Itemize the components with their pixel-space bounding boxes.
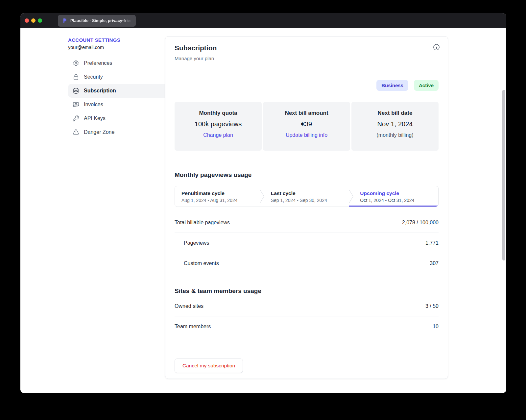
stat-next-bill-amount: Next bill amount €39 Update billing info (263, 102, 350, 151)
sidebar-item-label: API Keys (84, 115, 106, 121)
chevron-separator-icon (349, 186, 353, 207)
settings-nav: Preferences Security Subscription Invoic… (68, 56, 178, 139)
change-plan-link[interactable]: Change plan (203, 132, 233, 139)
window-titlebar: Plausible · Simple, privacy-frien (20, 13, 506, 28)
row-value: 10 (433, 324, 439, 330)
status-badge: Active (414, 80, 439, 91)
stat-value: Nov 1, 2024 (351, 120, 439, 128)
page-subtitle: Manage your plan (175, 55, 439, 62)
pageviews-usage-table: Total billable pageviews 2,078 / 100,000… (175, 212, 439, 274)
info-icon[interactable] (433, 43, 440, 51)
cycle-label: Last cycle (271, 190, 347, 197)
tab-penultimate-cycle[interactable]: Penultimate cycle Aug 1, 2024 - Aug 31, … (175, 186, 260, 207)
scrollbar-thumb[interactable] (502, 90, 505, 260)
account-email: your@email.com (68, 44, 178, 51)
cycle-range: Oct 1, 2024 - Oct 31, 2024 (360, 197, 436, 204)
pageviews-usage-heading: Monthly pageviews usage (175, 171, 439, 179)
sidebar-item-preferences[interactable]: Preferences (68, 56, 178, 70)
row-label: Owned sites (175, 303, 203, 309)
fullscreen-window-button[interactable] (38, 18, 42, 23)
warning-triangle-icon (73, 129, 79, 136)
row-value: 1,771 (425, 240, 439, 246)
desktop-background: Plausible · Simple, privacy-frien ACCOUN… (0, 0, 526, 420)
sidebar-item-security[interactable]: Security (68, 70, 178, 84)
close-window-button[interactable] (25, 18, 29, 23)
minimize-window-button[interactable] (31, 18, 36, 23)
cancel-subscription-button[interactable]: Cancel my subscription (175, 358, 243, 373)
tab-last-cycle[interactable]: Last cycle Sep 1, 2024 - Sep 30, 2024 (264, 186, 349, 207)
browser-window: Plausible · Simple, privacy-frien ACCOUN… (20, 13, 506, 393)
sidebar-item-label: Invoices (84, 102, 103, 108)
sidebar-item-label: Preferences (84, 60, 112, 66)
sidebar-item-api-keys[interactable]: API Keys (68, 111, 178, 125)
database-icon (73, 87, 79, 94)
update-billing-info-link[interactable]: Update billing info (286, 132, 327, 139)
row-value: 3 / 50 (425, 303, 439, 309)
stat-value: 100k pageviews (175, 120, 262, 128)
stat-next-bill-date: Next bill date Nov 1, 2024 (monthly bill… (351, 102, 439, 151)
chevron-separator-icon (260, 186, 264, 207)
sidebar-item-invoices[interactable]: Invoices (68, 98, 178, 111)
usage-row-custom-events: Custom events 307 (175, 253, 439, 274)
stat-label: Next bill amount (263, 109, 350, 117)
page-title: Subscription (175, 37, 439, 53)
row-value: 307 (430, 260, 439, 266)
cycle-range: Aug 1, 2024 - Aug 31, 2024 (181, 197, 258, 204)
stat-label: Next bill date (351, 109, 439, 117)
sidebar-item-danger-zone[interactable]: Danger Zone (68, 125, 178, 139)
page-content: ACCOUNT SETTINGS your@email.com Preferen… (20, 28, 506, 393)
account-settings-title: ACCOUNT SETTINGS (68, 37, 178, 43)
sidebar-item-label: Danger Zone (84, 129, 114, 135)
usage-row-owned-sites: Owned sites 3 / 50 (175, 296, 439, 316)
gear-icon (73, 60, 79, 66)
browser-tab-title: Plausible · Simple, privacy-frien (70, 18, 132, 23)
traffic-lights (20, 18, 42, 23)
sidebar-item-subscription[interactable]: Subscription (68, 84, 178, 98)
billing-interval-note: (monthly billing) (351, 132, 439, 139)
row-label: Team members (175, 324, 211, 330)
usage-row-pageviews: Pageviews 1,771 (175, 233, 439, 253)
subscription-card: Subscription Manage your plan Business A… (165, 36, 448, 379)
sidebar-item-label: Security (84, 74, 103, 80)
usage-row-total-billable: Total billable pageviews 2,078 / 100,000 (175, 212, 439, 233)
tab-upcoming-cycle[interactable]: Upcoming cycle Oct 1, 2024 - Oct 31, 202… (353, 186, 438, 207)
active-tab-underline (349, 206, 438, 207)
stat-monthly-quota: Monthly quota 100k pageviews Change plan (175, 102, 262, 151)
lock-icon (73, 74, 79, 80)
sidebar-item-label: Subscription (84, 88, 116, 94)
usage-row-team-members: Team members 10 (175, 316, 439, 337)
settings-sidebar: ACCOUNT SETTINGS your@email.com Preferen… (68, 37, 178, 139)
row-label: Total billable pageviews (175, 220, 230, 226)
row-value: 2,078 / 100,000 (402, 220, 439, 226)
stat-value: €39 (263, 120, 350, 128)
billing-cycle-tabs: Penultimate cycle Aug 1, 2024 - Aug 31, … (175, 186, 439, 207)
stat-label: Monthly quota (175, 109, 262, 117)
row-label: Pageviews (175, 240, 209, 246)
billing-stats: Monthly quota 100k pageviews Change plan… (175, 102, 439, 151)
browser-tab[interactable]: Plausible · Simple, privacy-frien (58, 15, 136, 27)
plan-badge: Business (376, 80, 408, 91)
scrollbar-track[interactable] (501, 43, 506, 393)
sites-usage-table: Owned sites 3 / 50 Team members 10 (175, 296, 439, 337)
cycle-label: Upcoming cycle (360, 190, 436, 197)
row-label: Custom events (175, 260, 219, 266)
cycle-range: Sep 1, 2024 - Sep 30, 2024 (271, 197, 347, 204)
badge-row: Business Active (175, 80, 439, 91)
cycle-label: Penultimate cycle (181, 190, 258, 197)
plausible-logo-icon (62, 18, 67, 23)
header-divider (175, 68, 439, 68)
sites-usage-heading: Sites & team members usage (175, 287, 439, 295)
banknote-icon (73, 101, 79, 108)
key-icon (73, 115, 79, 122)
